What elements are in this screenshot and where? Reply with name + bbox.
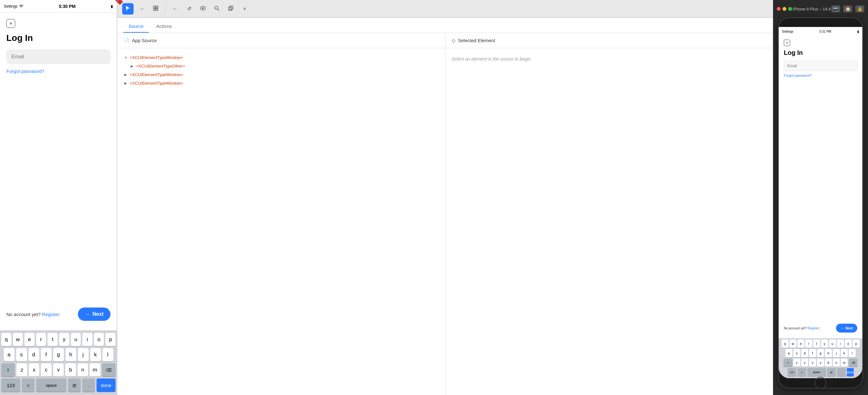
- key-h[interactable]: h: [65, 348, 76, 361]
- key-j[interactable]: j: [78, 348, 89, 361]
- tab-actions[interactable]: Actions: [151, 20, 177, 33]
- right-forgot-password[interactable]: Forgot password?: [784, 74, 857, 77]
- rk-e[interactable]: e: [798, 340, 804, 348]
- refresh-button[interactable]: ↺: [183, 3, 195, 15]
- grid-tool-button[interactable]: [150, 3, 161, 15]
- tree-item-window-2[interactable]: ▶ <XCUIElementTypeWindow>: [123, 70, 439, 79]
- rk-p[interactable]: p: [853, 340, 860, 348]
- rk-at[interactable]: @: [827, 368, 836, 376]
- key-c[interactable]: c: [41, 363, 51, 376]
- key-o[interactable]: o: [94, 333, 104, 346]
- key-space[interactable]: space: [36, 378, 66, 392]
- key-k[interactable]: k: [90, 348, 101, 361]
- key-s[interactable]: s: [16, 348, 27, 361]
- rk-j[interactable]: j: [833, 349, 840, 357]
- key-v[interactable]: v: [53, 363, 64, 376]
- key-z[interactable]: z: [17, 363, 27, 376]
- tree-item-window-3[interactable]: ▶ <XCUIElementTypeWindow>: [123, 79, 439, 87]
- rk-k[interactable]: k: [841, 349, 848, 357]
- key-p[interactable]: p: [105, 333, 116, 346]
- rk-c[interactable]: c: [809, 359, 816, 367]
- tab-source[interactable]: Source: [123, 20, 149, 33]
- key-f[interactable]: f: [41, 348, 52, 361]
- key-shift[interactable]: ⇧: [1, 363, 15, 376]
- arrow-tool-button[interactable]: →: [136, 3, 148, 15]
- rk-g[interactable]: g: [817, 349, 824, 357]
- tree-item-other-1[interactable]: ▶ <XCUIElementTypeOther>: [123, 62, 439, 70]
- rk-m[interactable]: m: [841, 359, 848, 367]
- rk-d[interactable]: d: [801, 349, 808, 357]
- lock-button[interactable]: 🔒: [855, 5, 864, 12]
- key-g[interactable]: g: [53, 348, 64, 361]
- key-a[interactable]: a: [4, 348, 14, 361]
- rk-x[interactable]: x: [801, 359, 808, 367]
- rk-u[interactable]: u: [829, 340, 836, 348]
- rk-b[interactable]: b: [825, 359, 832, 367]
- rk-emoji[interactable]: ☺: [798, 368, 806, 376]
- rk-o[interactable]: o: [845, 340, 852, 348]
- key-emoji[interactable]: ☺: [22, 378, 34, 392]
- rk-w[interactable]: w: [789, 340, 797, 348]
- key-done[interactable]: done: [97, 378, 116, 392]
- rk-backspace[interactable]: ⌫: [849, 359, 858, 367]
- rk-h[interactable]: h: [825, 349, 832, 357]
- key-i[interactable]: i: [82, 333, 92, 346]
- right-register-link[interactable]: Register: [808, 327, 819, 330]
- rk-r[interactable]: r: [805, 340, 812, 348]
- cursor-tool-button[interactable]: [122, 3, 133, 15]
- eye-button[interactable]: [197, 3, 209, 15]
- rk-123[interactable]: 123: [787, 368, 797, 376]
- key-period[interactable]: .: [82, 378, 95, 392]
- key-at[interactable]: @: [68, 378, 81, 392]
- close-traffic-light[interactable]: [777, 7, 781, 11]
- rk-s[interactable]: s: [793, 349, 800, 357]
- rk-shift[interactable]: ⇧: [783, 359, 792, 367]
- key-q[interactable]: q: [1, 333, 11, 346]
- key-r[interactable]: r: [36, 333, 46, 346]
- key-123[interactable]: 123: [1, 378, 20, 392]
- key-x[interactable]: x: [29, 363, 39, 376]
- home-circle-button[interactable]: [814, 377, 827, 389]
- key-b[interactable]: b: [65, 363, 76, 376]
- rk-l[interactable]: l: [849, 349, 856, 357]
- rk-a[interactable]: a: [785, 349, 792, 357]
- forgot-password-left[interactable]: Forgot password?: [6, 68, 111, 74]
- rk-done[interactable]: done: [847, 368, 854, 376]
- right-email-input[interactable]: [784, 61, 857, 71]
- rk-n[interactable]: n: [833, 359, 840, 367]
- rk-v[interactable]: v: [817, 359, 824, 367]
- next-button-left[interactable]: → Next: [78, 308, 111, 321]
- search-button[interactable]: [211, 3, 222, 15]
- key-y[interactable]: y: [59, 333, 69, 346]
- register-link-left[interactable]: Register: [42, 312, 60, 317]
- screenshot-button[interactable]: 📷: [831, 5, 840, 12]
- rk-t[interactable]: t: [813, 340, 820, 348]
- right-next-button[interactable]: → Next: [836, 324, 857, 333]
- close-button-toolbar[interactable]: ×: [239, 3, 250, 15]
- home-button-top[interactable]: 🏠: [843, 5, 852, 12]
- key-w[interactable]: w: [13, 333, 23, 346]
- right-close-button[interactable]: ×: [784, 39, 790, 46]
- key-t[interactable]: t: [48, 333, 58, 346]
- key-u[interactable]: u: [71, 333, 81, 346]
- key-e[interactable]: e: [24, 333, 34, 346]
- rk-y[interactable]: y: [821, 340, 828, 348]
- copy-button[interactable]: [225, 3, 237, 15]
- key-n[interactable]: n: [78, 363, 88, 376]
- tree-item-window-1[interactable]: ▾ <XCUIElementTypeWindow>: [123, 53, 439, 62]
- email-input-left[interactable]: [6, 50, 111, 64]
- maximize-traffic-light[interactable]: [788, 7, 792, 11]
- rk-space[interactable]: space: [807, 368, 826, 376]
- minimize-traffic-light[interactable]: [782, 7, 786, 11]
- rk-z[interactable]: z: [793, 359, 800, 367]
- key-m[interactable]: m: [90, 363, 100, 376]
- rk-q[interactable]: q: [782, 340, 788, 348]
- rk-i[interactable]: i: [837, 340, 844, 348]
- rk-f[interactable]: f: [809, 349, 816, 357]
- key-backspace[interactable]: ⌫: [102, 363, 116, 376]
- key-d[interactable]: d: [29, 348, 39, 361]
- key-l[interactable]: l: [102, 348, 113, 361]
- back-button[interactable]: ←: [169, 3, 181, 15]
- close-button-left[interactable]: ×: [6, 19, 15, 28]
- rk-period[interactable]: .: [837, 368, 846, 376]
